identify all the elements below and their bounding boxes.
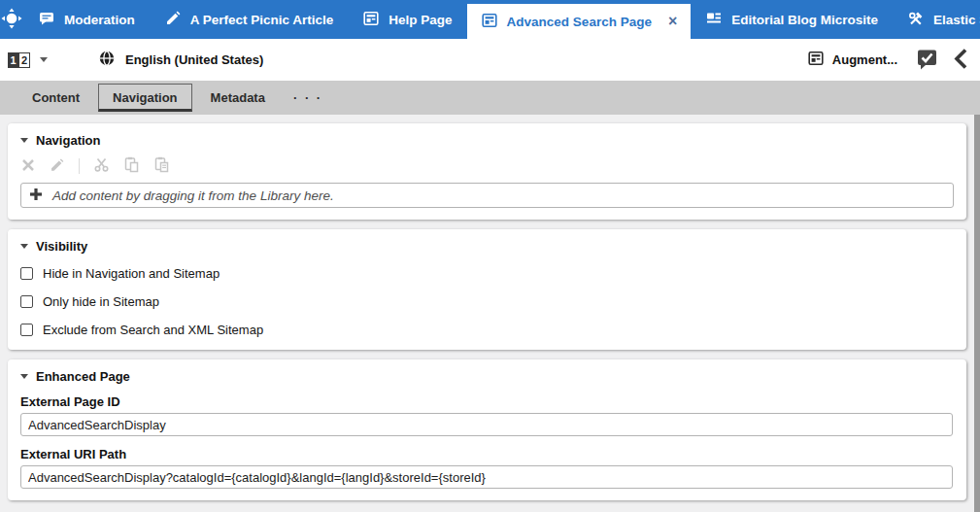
tab-label: Advanced Search Page bbox=[507, 15, 652, 29]
tab-content[interactable]: Content bbox=[17, 84, 94, 112]
page-icon bbox=[481, 12, 498, 32]
augmented-page-label: Augment... bbox=[832, 52, 897, 67]
tab-label: Editorial Blog Microsite bbox=[731, 13, 878, 27]
form-content-area: Navigation bbox=[0, 115, 980, 512]
checkbox-label: Hide in Navigation and Sitemap bbox=[43, 266, 220, 281]
checkbox-unchecked-icon[interactable] bbox=[20, 295, 33, 308]
app-top-bar: Moderation A Perfect Picnic Article Help… bbox=[0, 0, 980, 39]
checkbox-hide-in-navigation-and-sitemap[interactable]: Hide in Navigation and Sitemap bbox=[20, 264, 954, 282]
checkbox-unchecked-icon[interactable] bbox=[20, 267, 33, 280]
collapsed-side-panel-rail[interactable] bbox=[974, 115, 980, 512]
collapse-panel-button[interactable] bbox=[953, 48, 968, 73]
panel-title: Visibility bbox=[36, 239, 87, 254]
external-uri-path-label: External URI Path bbox=[20, 447, 954, 461]
tab-moderation[interactable]: Moderation bbox=[23, 0, 150, 39]
checkbox-label: Only hide in Sitemap bbox=[43, 294, 159, 309]
tab-label: Moderation bbox=[64, 13, 135, 27]
panel-title: Enhanced Page bbox=[36, 369, 130, 384]
checkbox-unchecked-icon[interactable] bbox=[20, 324, 33, 336]
document-form-tabstrip: Content Navigation Metadata · · · bbox=[0, 81, 980, 115]
drop-hint-text: Add content by dragging it from the Libr… bbox=[52, 188, 334, 203]
enhanced-page-panel-header[interactable]: Enhanced Page bbox=[20, 369, 954, 384]
augmented-page-icon bbox=[807, 50, 825, 70]
plus-icon bbox=[29, 188, 43, 204]
document-toolbar: 1 2 English (United States) Augment... bbox=[0, 39, 980, 81]
remove-icon[interactable] bbox=[20, 157, 36, 176]
approval-check-bubble-icon bbox=[915, 47, 939, 74]
tab-label: Elastic Social bbox=[933, 13, 980, 27]
checkbox-exclude-from-search-and-xml-sitemap[interactable]: Exclude from Search and XML Sitemap bbox=[20, 321, 954, 338]
page-icon bbox=[362, 10, 380, 30]
language-label: English (United States) bbox=[125, 52, 263, 67]
moderation-speech-icon bbox=[38, 10, 55, 30]
tab-navigation[interactable]: Navigation bbox=[98, 84, 191, 112]
more-tabs-button[interactable]: · · · bbox=[284, 85, 332, 111]
tab-picnic-article[interactable]: A Perfect Picnic Article bbox=[150, 0, 349, 39]
chevron-left-icon bbox=[953, 48, 968, 73]
navigation-children-drop-area[interactable]: Add content by dragging it from the Libr… bbox=[20, 183, 954, 208]
tab-help-page[interactable]: Help Page bbox=[348, 0, 466, 39]
tab-metadata[interactable]: Metadata bbox=[196, 84, 280, 112]
tab-elastic-social[interactable]: Elastic Social bbox=[893, 0, 980, 39]
globe-icon bbox=[98, 50, 116, 70]
checkbox-label: Exclude from Search and XML Sitemap bbox=[43, 323, 263, 337]
navigation-panel-header[interactable]: Navigation bbox=[20, 133, 954, 148]
collapse-triangle-icon bbox=[20, 244, 28, 249]
checkbox-only-hide-in-sitemap[interactable]: Only hide in Sitemap bbox=[20, 292, 954, 310]
visibility-panel: Visibility Hide in Navigation and Sitema… bbox=[8, 229, 966, 350]
augmented-page-type-button[interactable]: Augment... bbox=[807, 50, 897, 70]
collapse-triangle-icon bbox=[20, 138, 28, 143]
tab-label: A Perfect Picnic Article bbox=[190, 13, 334, 27]
app-logo-button[interactable] bbox=[0, 0, 23, 39]
version-badge-left: 1 bbox=[8, 52, 18, 68]
tab-label: Help Page bbox=[389, 13, 452, 27]
crossed-tools-icon bbox=[907, 10, 925, 30]
navigation-link-toolbar bbox=[20, 157, 954, 175]
version-badge-right: 2 bbox=[18, 52, 30, 68]
tab-advanced-search-page[interactable]: Advanced Search Page × bbox=[467, 4, 692, 39]
cut-icon[interactable] bbox=[93, 156, 110, 176]
version-dropdown-caret-icon[interactable] bbox=[40, 57, 48, 62]
pencil-icon bbox=[164, 10, 182, 30]
workflow-approval-button[interactable] bbox=[915, 47, 939, 74]
paste-icon[interactable] bbox=[153, 156, 170, 176]
external-page-id-input[interactable] bbox=[20, 413, 953, 436]
external-uri-path-input[interactable] bbox=[20, 465, 953, 489]
collapse-triangle-icon bbox=[20, 374, 28, 379]
blog-list-icon bbox=[705, 10, 723, 30]
edit-icon[interactable] bbox=[50, 157, 65, 176]
version-compare-button[interactable]: 1 2 bbox=[8, 52, 30, 68]
language-selector[interactable]: English (United States) bbox=[98, 50, 263, 70]
navigation-panel: Navigation bbox=[8, 123, 966, 220]
copy-icon[interactable] bbox=[123, 156, 140, 176]
panel-title: Navigation bbox=[36, 133, 100, 148]
visibility-panel-header[interactable]: Visibility bbox=[20, 239, 954, 254]
external-page-id-label: External Page ID bbox=[20, 394, 954, 409]
close-tab-icon[interactable]: × bbox=[668, 14, 677, 29]
compass-move-icon bbox=[0, 7, 23, 33]
enhanced-page-panel: Enhanced Page External Page ID External … bbox=[8, 359, 966, 500]
toolbar-separator bbox=[79, 158, 80, 174]
tab-editorial-blog-microsite[interactable]: Editorial Blog Microsite bbox=[691, 0, 893, 39]
